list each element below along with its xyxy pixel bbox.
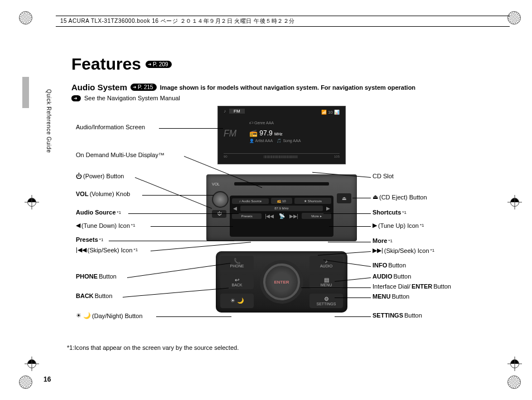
side-tab <box>22 77 29 108</box>
register-mark <box>25 357 39 371</box>
settings-button[interactable]: ⚙SETTINGS <box>309 294 343 308</box>
eject-icon: ⏏ <box>373 193 378 201</box>
volume-knob[interactable] <box>212 191 229 208</box>
callout: CD Slot <box>373 173 490 179</box>
callout: Interface Dial/ENTER Button <box>373 283 490 290</box>
callout: |◀◀ (Skip/Seek) Icon*1 <box>76 246 199 253</box>
callout: Audio Source*1 <box>76 209 199 216</box>
console: VOL ⏻ ⏏ ♪ Audio Source 📻 10 ★ Shortcuts … <box>206 174 357 241</box>
callout: Shortcuts*1 <box>373 209 490 216</box>
callout: INFO Button <box>373 262 490 269</box>
callout: ◀ (Tune Down) Icon*1 <box>76 222 199 229</box>
callout: MENU Button <box>373 293 490 300</box>
register-mark <box>507 357 522 371</box>
diagram: ♪FM 📶 10 📊 FM 🏷 Genre AAA 📻 97.9 MHz 👤 A… <box>67 106 496 345</box>
arrow-icon <box>71 95 81 101</box>
eject-button[interactable]: ⏏ <box>337 193 351 203</box>
subtitle: Audio System P. 215 Image shown is for m… <box>71 82 415 92</box>
page-number: 16 <box>43 375 51 383</box>
see-also: See the Navigation System Manual <box>71 95 180 101</box>
center-unit: ♪FM 📶 10 📊 FM 🏷 Genre AAA 📻 97.9 MHz 👤 A… <box>206 106 357 329</box>
audio-button[interactable]: ♪AUDIO <box>309 256 343 270</box>
callout: More*1 <box>373 237 490 244</box>
callout: Presets*1 <box>76 236 199 243</box>
callout: AUDIO Button <box>373 273 490 280</box>
subtitle-text: Audio System <box>71 82 127 92</box>
title-text: Features <box>71 55 141 74</box>
skip-prev-icon[interactable]: |◀◀ <box>264 213 275 219</box>
section-label: Quick Reference Guide <box>46 89 52 153</box>
tune-down-icon: ◀ <box>76 222 80 229</box>
preset-badge[interactable]: 📻 10 <box>271 198 292 204</box>
skip-next-icon: ▶▶| <box>373 247 383 254</box>
register-mark <box>25 195 39 209</box>
skip-prev-icon: |◀◀ <box>76 246 86 253</box>
vol-label: VOL <box>212 182 220 186</box>
power-icon: ⏻ <box>76 173 82 179</box>
page-title: Features P. 209 <box>71 55 172 74</box>
presets-button[interactable]: Presets <box>232 213 262 219</box>
callout: ▶▶| (Skip/Seek) Icon*1 <box>373 247 490 254</box>
multi-use-display: ♪ Audio Source 📻 10 ★ Shortcuts ◀ 87.9 M… <box>230 196 333 237</box>
audio-source-button[interactable]: ♪ Audio Source <box>232 198 269 204</box>
tune-up-icon[interactable]: ▶ <box>325 206 331 211</box>
back-button[interactable]: ↩BACK <box>220 275 254 289</box>
freq-display: 87.9 MHz <box>240 206 323 211</box>
tune-down-icon[interactable]: ◀ <box>232 206 238 211</box>
day-night-button[interactable]: ☀ 🌙 <box>220 294 254 308</box>
callout: SETTINGS Button <box>373 312 490 319</box>
interface-dial[interactable]: ENTER <box>263 264 300 300</box>
doc-header: 15 ACURA TLX-31TZ36000.book 16 ページ ２０１４年… <box>56 16 510 27</box>
scan-icon[interactable]: 📡 <box>278 213 286 219</box>
skip-next-icon[interactable]: ▶▶| <box>288 213 299 219</box>
callout: ☀ 🌙 (Day/Night) Button <box>76 312 199 319</box>
phone-button[interactable]: 📞PHONE <box>220 256 254 270</box>
info-screen: ♪FM 📶 10 📊 FM 🏷 Genre AAA 📻 97.9 MHz 👤 A… <box>217 106 346 164</box>
print-mark <box>18 10 33 26</box>
footnote: *1:Icons that appear on the screen vary … <box>67 344 239 351</box>
page-ref-badge: P. 209 <box>146 61 172 68</box>
page-ref-badge: P. 215 <box>130 84 157 91</box>
print-mark <box>506 374 522 390</box>
callout: VOL (Volume) Knob <box>76 191 199 197</box>
tune-up-icon: ▶ <box>373 222 377 229</box>
callout: Audio/Information Screen <box>76 124 199 130</box>
callout: On Demand Multi-Use Display™ <box>76 152 199 158</box>
print-mark <box>18 374 33 390</box>
subtitle-note: Image shown is for models without naviga… <box>160 84 415 91</box>
register-mark <box>507 195 522 209</box>
shortcuts-button[interactable]: ★ Shortcuts <box>294 198 331 204</box>
day-night-icon: ☀ 🌙 <box>76 312 91 319</box>
callout: ▶ (Tune Up) Icon*1 <box>373 222 490 229</box>
enter-button[interactable]: ENTER <box>274 280 289 285</box>
power-button[interactable]: ⏻ <box>212 210 226 218</box>
callout: ⏏ (CD Eject) Button <box>373 193 490 201</box>
